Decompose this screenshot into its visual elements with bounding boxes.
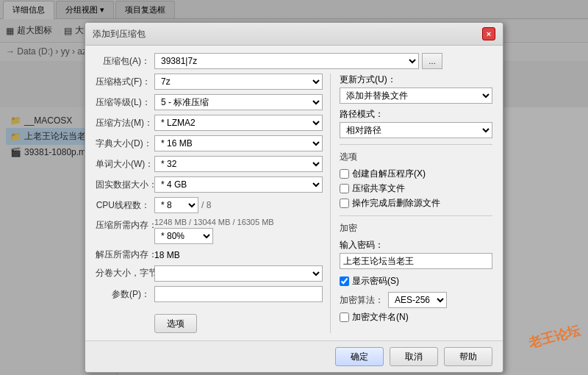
mem-compress-select[interactable]: * 80% <box>154 228 213 244</box>
format-label: 压缩格式(F)： <box>96 76 154 88</box>
update-row: 更新方式(U)： 添加并替换文件 <box>340 74 492 104</box>
mem-compress-control: 1248 MB / 13044 MB / 16305 MB * 80% <box>154 218 323 244</box>
dialog-columns: 压缩格式(F)： 7z 压缩等级(L)： 5 - 标准压缩 <box>96 74 492 333</box>
show-pwd-row: 显示密码(S) <box>340 275 492 288</box>
opt2-label: 压缩共享文件 <box>352 182 405 195</box>
encrypt-filename-label: 加密文件名(N) <box>352 311 409 324</box>
right-panel: 更新方式(U)： 添加并替换文件 路径模式： 相对路径 <box>331 74 492 333</box>
volume-label: 分卷大小，字节(V)： <box>96 265 154 279</box>
dialog-buttons: 确定 取消 帮助 <box>85 340 503 372</box>
level-select[interactable]: 5 - 标准压缩 <box>154 94 323 110</box>
cpu-label: CPU线程数： <box>96 199 154 212</box>
left-panel: 压缩格式(F)： 7z 压缩等级(L)： 5 - 标准压缩 <box>96 74 331 333</box>
divider-encrypt <box>340 215 492 216</box>
solid-label: 固实数据大小： <box>96 179 154 191</box>
password-input[interactable] <box>340 253 492 269</box>
format-control: 7z <box>154 74 323 90</box>
method-row: 压缩方法(M)： * LZMA2 <box>96 115 323 131</box>
dialog-close-button[interactable]: × <box>482 27 495 40</box>
opt1-row: 创建自解压程序(X) <box>340 168 492 180</box>
volume-row: 分卷大小，字节(V)： <box>96 265 323 282</box>
opt1-label: 创建自解压程序(X) <box>352 168 426 180</box>
opt2-checkbox[interactable] <box>340 184 349 193</box>
level-row: 压缩等级(L)： 5 - 标准压缩 <box>96 94 323 110</box>
params-input[interactable] <box>154 286 323 302</box>
cpu-slash: / 8 <box>201 200 211 210</box>
mem-decompress-label: 解压所需内存： <box>96 249 154 261</box>
solid-row: 固实数据大小： * 4 GB <box>96 176 323 193</box>
level-control: 5 - 标准压缩 <box>154 94 323 110</box>
encrypt-method-select[interactable]: AES-256 <box>388 292 447 308</box>
volume-select[interactable] <box>154 265 323 282</box>
mem-compress-value: 1248 MB / 13044 MB / 16305 MB <box>154 218 323 226</box>
help-button[interactable]: 帮助 <box>444 347 492 366</box>
method-control: * LZMA2 <box>154 115 323 131</box>
opt3-row: 操作完成后删除源文件 <box>340 197 492 210</box>
params-control <box>154 286 323 302</box>
opt3-checkbox[interactable] <box>340 199 349 208</box>
cpu-row: CPU线程数： * 8 / 8 <box>96 197 323 213</box>
update-label: 更新方式(U)： <box>340 74 396 86</box>
dialog-overlay: 添加到压缩包 × 压缩包(A)： 39381|7z … 压缩格式(F)： <box>0 0 588 375</box>
params-label: 参数(P)： <box>96 288 154 301</box>
solid-select[interactable]: * 4 GB <box>154 176 323 193</box>
dict-control: * 16 MB <box>154 135 323 151</box>
ok-button[interactable]: 确定 <box>335 347 384 366</box>
encrypt-filename-checkbox[interactable] <box>340 312 349 322</box>
show-pwd-label: 显示密码(S) <box>352 275 399 288</box>
mem-decompress-value: 18 MB <box>154 250 323 260</box>
dict-row: 字典大小(D)： * 16 MB <box>96 135 323 151</box>
browse-button[interactable]: … <box>422 53 442 69</box>
archive-path-control: 39381|7z … <box>154 53 492 69</box>
word-select[interactable]: * 32 <box>154 156 323 172</box>
update-select[interactable]: 添加并替换文件 <box>340 88 492 104</box>
password-label: 输入密码： <box>340 239 384 251</box>
encrypt-section: 加密 输入密码： <box>340 222 492 269</box>
dialog-titlebar: 添加到压缩包 × <box>85 23 503 46</box>
options-button[interactable]: 选项 <box>154 314 197 333</box>
options-title: 选项 <box>340 151 492 163</box>
encrypt-method-label: 加密算法： <box>340 294 384 307</box>
add-archive-dialog: 添加到压缩包 × 压缩包(A)： 39381|7z … 压缩格式(F)： <box>85 22 503 373</box>
mem-compress-row: 压缩所需内存： 1248 MB / 13044 MB / 16305 MB * … <box>96 218 323 244</box>
level-label: 压缩等级(L)： <box>96 96 154 109</box>
path-label: 路径模式： <box>340 108 384 121</box>
dict-select[interactable]: * 16 MB <box>154 135 323 151</box>
archive-label: 压缩包(A)： <box>96 55 154 68</box>
dialog-body: 压缩包(A)： 39381|7z … 压缩格式(F)： 7z <box>85 46 503 340</box>
divider-options <box>340 144 492 145</box>
opt2-row: 压缩共享文件 <box>340 182 492 195</box>
encrypt-title: 加密 <box>340 222 492 235</box>
cpu-control: * 8 / 8 <box>154 197 323 213</box>
word-control: * 32 <box>154 156 323 172</box>
archive-path-select[interactable]: 39381|7z <box>154 53 419 69</box>
format-select[interactable]: 7z <box>154 74 323 90</box>
opt3-label: 操作完成后删除源文件 <box>352 197 440 210</box>
word-label: 单词大小(W)： <box>96 158 154 171</box>
dialog-title-text: 添加到压缩包 <box>93 28 146 40</box>
archive-path-row: 压缩包(A)： 39381|7z … <box>96 53 492 69</box>
options-section: 选项 创建自解压程序(X) 压缩共享文件 操作完成后删除源文件 <box>340 151 492 210</box>
volume-control <box>154 265 323 282</box>
path-row: 路径模式： 相对路径 <box>340 108 492 138</box>
solid-control: * 4 GB <box>154 176 323 193</box>
options-btn-container: 选项 <box>96 308 323 333</box>
params-row: 参数(P)： <box>96 286 323 302</box>
encrypt-method-row: 加密算法： AES-256 <box>340 292 492 308</box>
opt1-checkbox[interactable] <box>340 169 349 179</box>
method-label: 压缩方法(M)： <box>96 117 154 129</box>
cpu-select[interactable]: * 8 <box>154 197 198 213</box>
cancel-button[interactable]: 取消 <box>390 347 438 366</box>
format-row: 压缩格式(F)： 7z <box>96 74 323 90</box>
dict-label: 字典大小(D)： <box>96 138 154 150</box>
show-pwd-checkbox[interactable] <box>340 276 349 286</box>
path-select[interactable]: 相对路径 <box>340 122 492 138</box>
encrypt-filename-row: 加密文件名(N) <box>340 311 492 324</box>
mem-compress-label: 压缩所需内存： <box>96 218 154 232</box>
word-row: 单词大小(W)： * 32 <box>96 156 323 172</box>
mem-decompress-row: 解压所需内存： 18 MB <box>96 249 323 261</box>
password-row: 输入密码： <box>340 239 492 269</box>
method-select[interactable]: * LZMA2 <box>154 115 323 131</box>
